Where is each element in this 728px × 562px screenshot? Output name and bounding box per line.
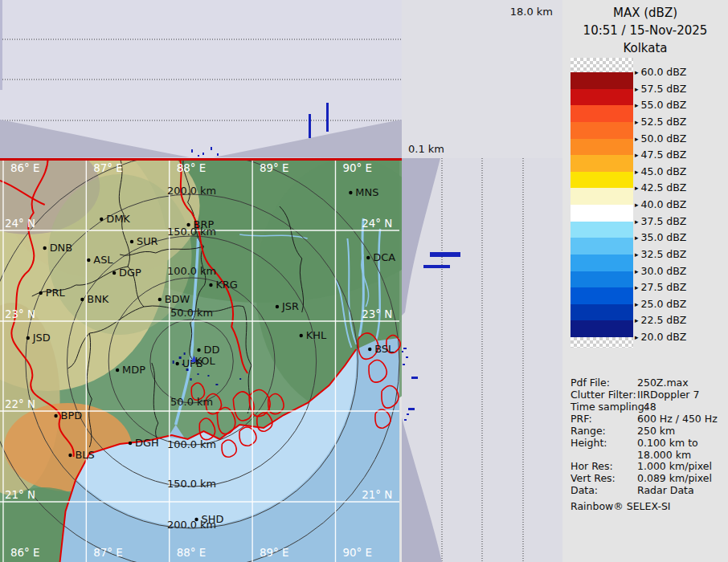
meta-value: Radar Data: [637, 484, 694, 496]
tick-arrow-icon: ▸: [635, 218, 639, 226]
legend-tick: ▸45.0 dBZ: [635, 165, 686, 177]
station-label-BRP: BRP: [194, 218, 215, 230]
longitude-label: 89° E: [260, 162, 288, 174]
vertical-projection-top-panel: [0, 0, 402, 158]
station-label-JSR: JSR: [281, 300, 299, 312]
longitude-label: 90° E: [342, 547, 371, 559]
meta-label: Vert Res:: [571, 472, 616, 484]
tick-arrow-icon: ▸: [635, 184, 639, 192]
longitude-label: 89° E: [260, 547, 288, 559]
station-dot-BRP: [186, 223, 190, 226]
legend-swatch: [571, 89, 633, 106]
panel-left-edge: [0, 0, 2, 90]
legend-tick: ▸20.0 dBZ: [635, 331, 686, 343]
meta-value: 600 Hz / 450 Hz: [637, 413, 718, 425]
station-label-MDP: MDP: [122, 364, 145, 376]
latitude-label: 23° N: [5, 308, 35, 320]
legend-swatch: [571, 287, 633, 304]
meta-value: 1.000 km/pixel: [637, 460, 712, 472]
vertical-projection-right-column: 18.0 km 0.1 km: [402, 0, 562, 562]
tick-arrow-icon: ▸: [635, 316, 639, 324]
legend-swatch: [571, 172, 633, 189]
tick-arrow-icon: ▸: [635, 135, 639, 143]
station-dot-BLS: [68, 454, 72, 457]
station-label-DGP: DGP: [119, 267, 141, 279]
legend-tick: ▸35.0 dBZ: [635, 231, 686, 243]
longitude-label: 90° E: [342, 162, 371, 174]
station-dot-BNK: [80, 298, 84, 301]
vertical-projection-side-panel: [402, 158, 562, 562]
legend-swatch: [571, 188, 633, 205]
longitude-label: 86° E: [10, 547, 39, 559]
range-ring-label: 100.0 km: [167, 438, 216, 450]
legend-tick: ▸25.0 dBZ: [635, 298, 686, 310]
tick-arrow-icon: ▸: [635, 267, 639, 275]
legend-tick: ▸57.5 dBZ: [635, 83, 686, 95]
longitude-label: 87° E: [93, 162, 122, 174]
station-label-BPD: BPD: [61, 409, 83, 422]
legend-tick: ▸42.5 dBZ: [635, 181, 686, 193]
station-dot-UPB: [175, 362, 178, 365]
longitude-label: 88° E: [177, 162, 206, 174]
meta-value: 250 km: [637, 425, 675, 437]
latitude-label: 24° N: [5, 218, 35, 230]
legend-tick: ▸55.0 dBZ: [635, 99, 686, 111]
station-label-BSL: BSL: [374, 343, 395, 355]
legend-swatch: [571, 155, 633, 172]
tick-arrow-icon: ▸: [635, 101, 639, 109]
legend-swatch: [571, 122, 633, 139]
meta-label: Range:: [571, 425, 606, 437]
tick-arrow-icon: ▸: [635, 118, 639, 126]
map-canvas: 86° E86° E87° E87° E88° E88° E89° E89° E…: [0, 158, 402, 562]
range-ring-label: 150.0 km: [167, 478, 216, 490]
station-dot-KRG: [209, 283, 212, 287]
station-dot-DGP: [112, 271, 116, 275]
tick-arrow-icon: ▸: [635, 333, 639, 341]
station-dot-PRL: [39, 291, 43, 295]
station-label-BDW: BDW: [165, 293, 190, 305]
radar-display-window: 86° E86° E87° E87° E88° E88° E89° E89° E…: [0, 0, 728, 562]
station-label-BLS: BLS: [75, 449, 94, 461]
latitude-label: 21° N: [362, 489, 392, 501]
tick-arrow-icon: ▸: [635, 300, 639, 308]
meta-label: Time sampling:: [571, 401, 648, 413]
legend-swatch: [571, 72, 633, 89]
tick-arrow-icon: ▸: [635, 151, 639, 159]
meta-value: 0.100 km to 18.000 km: [637, 437, 698, 461]
radar-map: 86° E86° E87° E87° E88° E88° E89° E89° E…: [0, 158, 402, 562]
station-dot-DMK: [100, 218, 103, 221]
station-dot-BDW: [158, 298, 162, 301]
legend-tick: ▸22.5 dBZ: [635, 314, 686, 326]
station-dot-KHL: [300, 334, 303, 337]
legend-tick: ▸52.5 dBZ: [635, 116, 686, 128]
station-label-KOL: KOL: [195, 355, 216, 367]
longitude-label: 88° E: [177, 547, 206, 559]
station-label-BNK: BNK: [87, 293, 108, 305]
legend-swatch: [571, 139, 633, 156]
meta-value: IIRDoppler 7: [637, 389, 699, 401]
station-dot-DNB: [43, 246, 46, 250]
legend-swatch-above-max: [571, 58, 633, 72]
height-gridlines: [0, 39, 402, 120]
legend-tick: ▸60.0 dBZ: [635, 66, 686, 78]
station-dot-SHD: [194, 518, 198, 521]
tick-arrow-icon: ▸: [635, 234, 639, 242]
meta-label: Data:: [571, 484, 598, 496]
station-label-MNS: MNS: [355, 186, 378, 198]
station-label-DMK: DMK: [106, 213, 130, 225]
software-brand: Rainbow® SELEX-SI: [571, 500, 671, 512]
legend-swatch: [571, 222, 633, 238]
station-label-KHL: KHL: [306, 329, 327, 341]
top-panel-canvas: [0, 0, 402, 158]
station-label-DNB: DNB: [50, 242, 72, 254]
range-ring-label: 50.0 km: [170, 307, 213, 319]
legend-tick: ▸50.0 dBZ: [635, 132, 686, 145]
range-ring-label: 200.0 km: [167, 185, 216, 197]
meta-label: PRF:: [571, 413, 592, 425]
station-label-PRL: PRL: [46, 287, 66, 299]
tick-arrow-icon: ▸: [635, 68, 639, 76]
station-dot-JSD: [27, 336, 30, 340]
meta-label: Height:: [571, 437, 607, 449]
tick-arrow-icon: ▸: [635, 250, 639, 259]
min-height-label: 0.1 km: [408, 143, 444, 155]
